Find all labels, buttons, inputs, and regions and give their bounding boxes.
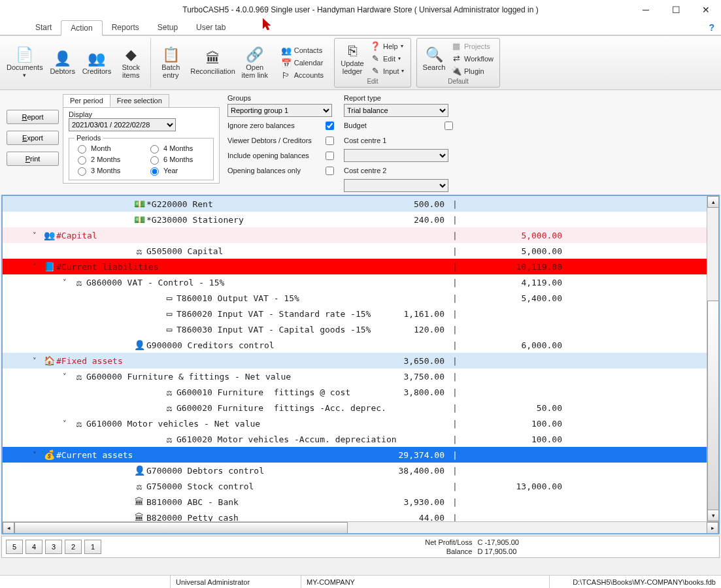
expand-toggle[interactable]: ˅ — [27, 357, 42, 365]
table-row[interactable]: ˅💰#Current assets29,374.00| — [3, 447, 718, 463]
batch-entry-button[interactable]: 📋Batch entry — [154, 38, 188, 88]
expand-toggle[interactable]: ˅ — [58, 419, 72, 428]
accounts-button[interactable]: 🏳Accounts — [278, 69, 326, 82]
contacts-icon: 👥 — [281, 46, 292, 56]
table-row[interactable]: ˅⚖G600000 Furniture & fittings - Net val… — [3, 368, 718, 384]
expand-toggle[interactable]: ˅ — [27, 231, 42, 240]
groups-select[interactable]: Reporting group 1 — [227, 104, 332, 117]
vertical-scrollbar[interactable]: ▴ ▾ — [707, 196, 718, 521]
period-year[interactable]: Year — [147, 165, 208, 176]
menu-user-tab[interactable]: User tab — [187, 20, 235, 35]
workflow-button[interactable]: ⇄Workflow — [448, 52, 496, 65]
search-button[interactable]: 🔍Search — [420, 40, 448, 77]
period-4months[interactable]: 4 Months — [147, 143, 208, 154]
scroll-thumb-v[interactable] — [707, 301, 719, 516]
creditors-button[interactable]: 👥Creditors — [80, 38, 114, 88]
table-row[interactable]: ▭T860020 Input VAT - Standard rate -15%1… — [3, 306, 718, 321]
table-row[interactable]: ˅👥#Capital|5,000.00 — [3, 227, 718, 243]
scroll-up-arrow[interactable]: ▴ — [707, 196, 719, 208]
trial-balance-grid: 💵*G220000 Rent500.00|💵*G230000 Stationer… — [1, 195, 720, 534]
period-month[interactable]: Month — [75, 143, 135, 154]
update-ledger-button[interactable]: ⎘Update ledger — [337, 40, 367, 77]
page-3-button[interactable]: 3 — [45, 540, 62, 554]
cost-centre-2-select[interactable] — [344, 179, 448, 192]
table-row[interactable]: ˅⚖G860000 VAT - Control - 15%|4,119.00 — [3, 274, 718, 290]
table-row[interactable]: 💵*G230000 Stationery240.00| — [3, 212, 718, 227]
include-opening-checkbox[interactable] — [326, 152, 334, 160]
table-row[interactable]: ⚖G610020 Motor vehicles -Accum. deprecia… — [3, 431, 718, 447]
credit-value: 5,000.00 — [461, 246, 566, 256]
help-icon[interactable]: ? — [709, 22, 714, 33]
table-row[interactable]: 👤G700000 Debtors control38,400.00| — [3, 463, 718, 478]
budget-checkbox[interactable] — [444, 122, 453, 130]
period-2months[interactable]: 2 Months — [75, 154, 135, 165]
tab-free-selection[interactable]: Free selection — [110, 94, 169, 107]
table-row[interactable]: ⚖G600010 Furniture fittings @ cost3,800.… — [3, 384, 718, 400]
scroll-right-arrow[interactable]: ▸ — [707, 522, 718, 534]
row-icon: ▭ — [162, 308, 176, 319]
close-button[interactable]: ✕ — [691, 0, 721, 20]
table-row[interactable]: ˅⚖G610000 Motor vehicles - Net value|100… — [3, 416, 718, 431]
reconciliation-button[interactable]: 🏛Reconciliation — [188, 38, 237, 88]
display-range-select[interactable]: 2021/03/01 / 2022/02/28 — [69, 118, 176, 131]
projects-button[interactable]: ▦Projects — [448, 40, 496, 52]
menu-reports[interactable]: Reports — [103, 20, 148, 35]
open-item-link-button[interactable]: 🔗Open item link — [238, 38, 272, 88]
expand-toggle[interactable]: ˅ — [58, 372, 72, 381]
horizontal-scrollbar[interactable]: ◂ ▸ — [3, 521, 718, 533]
table-row[interactable]: ˅🏠#Fixed assets3,650.00| — [3, 353, 718, 368]
content-area: Report Export Print Per period Free sele… — [0, 90, 721, 559]
scroll-left-arrow[interactable]: ◂ — [3, 522, 14, 534]
table-row[interactable]: ▭T860010 Output VAT - 15%|5,400.00 — [3, 290, 718, 306]
table-row[interactable]: ˅📘#Current liabilities|10,119.00 — [3, 259, 718, 274]
expand-toggle[interactable]: ˅ — [27, 451, 42, 459]
calendar-button[interactable]: 📅Calendar — [278, 57, 326, 69]
credit-value: 10,119.00 — [461, 262, 566, 272]
opening-only-checkbox[interactable] — [326, 167, 334, 175]
table-row[interactable]: ⚖G505000 Capital|5,000.00 — [3, 243, 718, 259]
debtors-button[interactable]: 👤Debtors — [46, 38, 80, 88]
scroll-down-arrow[interactable]: ▾ — [707, 510, 719, 521]
viewer-dr-cr-checkbox[interactable] — [326, 137, 334, 145]
report-button[interactable]: Report — [7, 110, 59, 124]
documents-button[interactable]: 📄Documents▾ — [4, 38, 46, 88]
plugin-button[interactable]: 🔌Plugin — [448, 65, 496, 77]
workflow-icon: ⇄ — [451, 54, 461, 63]
table-row[interactable]: ▭T860030 Input VAT - Capital goods -15%1… — [3, 321, 718, 337]
table-row[interactable]: 👤G900000 Creditors control|6,000.00 — [3, 337, 718, 353]
tab-per-period[interactable]: Per period — [63, 94, 110, 107]
menu-start[interactable]: Start — [26, 20, 61, 35]
input-button[interactable]: ✎Input▾ — [367, 65, 407, 77]
expand-toggle[interactable]: ˅ — [27, 263, 42, 271]
table-row[interactable]: ⚖G600020 Furniture fittings -Acc. deprec… — [3, 400, 718, 416]
maximize-button[interactable]: ☐ — [661, 0, 691, 20]
period-6months[interactable]: 6 Months — [147, 154, 208, 165]
print-button[interactable]: Print — [7, 152, 59, 166]
ignore-zero-checkbox[interactable] — [326, 122, 334, 130]
menu-setup[interactable]: Setup — [148, 20, 187, 35]
page-2-button[interactable]: 2 — [65, 540, 82, 554]
menu-action[interactable]: Action — [61, 20, 102, 36]
cost-centre-1-select[interactable] — [344, 149, 448, 162]
table-row[interactable]: 🏛B810000 ABC - Bank3,930.00| — [3, 494, 718, 510]
edit-button[interactable]: ✎Edit▾ — [367, 52, 407, 65]
table-row[interactable]: 🏛B820000 Petty cash44.00| — [3, 510, 718, 521]
expand-toggle[interactable]: ˅ — [58, 278, 72, 287]
scroll-thumb-h[interactable] — [14, 522, 348, 534]
period-3months[interactable]: 3 Months — [75, 165, 135, 176]
page-5-button[interactable]: 5 — [6, 540, 23, 554]
table-row[interactable]: ⚖G750000 Stock control|13,000.00 — [3, 478, 718, 494]
debit-value: 3,750.00 — [357, 372, 448, 382]
stock-items-button[interactable]: ◆Stock items — [114, 38, 148, 88]
credit-value: 100.00 — [461, 419, 566, 429]
page-1-button[interactable]: 1 — [84, 540, 101, 554]
report-type-select[interactable]: Trial balance — [344, 104, 448, 117]
export-button[interactable]: Export — [7, 131, 59, 145]
page-4-button[interactable]: 4 — [25, 540, 42, 554]
credit-value: 5,400.00 — [461, 293, 566, 303]
table-row[interactable]: 💵*G220000 Rent500.00| — [3, 196, 718, 212]
contacts-button[interactable]: 👥Contacts — [278, 44, 326, 57]
help-button[interactable]: ❓Help▾ — [367, 40, 407, 52]
account-label: B810000 ABC - Bank — [146, 497, 239, 507]
minimize-button[interactable]: ─ — [631, 0, 661, 20]
